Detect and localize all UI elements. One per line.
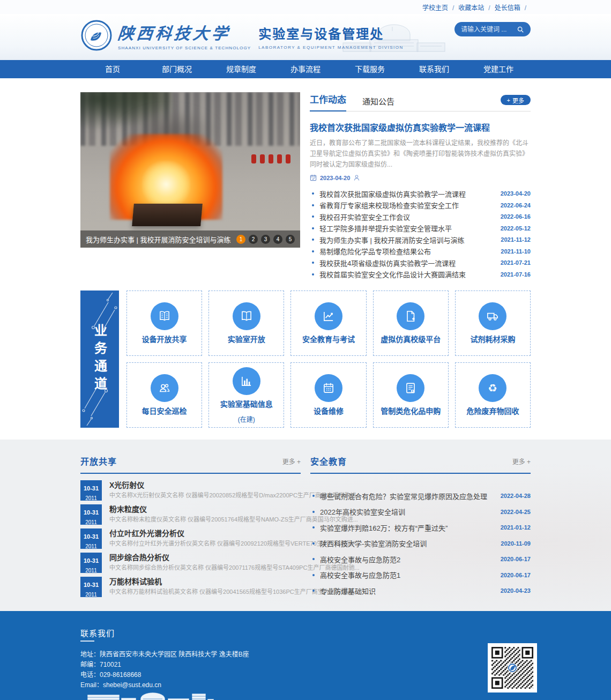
news-more-button[interactable]: +更多 <box>501 95 531 105</box>
equipment-list-item[interactable]: 10-31 2011 万能材料试验机 中文名称万能材料试验机英文名称 仪器编号2… <box>80 577 301 597</box>
news-list-item[interactable]: 省教育厅专家组来校现场检查实验室安全工作 2022-06-24 <box>310 199 531 211</box>
nav-item[interactable]: 党建工作 <box>466 60 531 78</box>
featured-article-title[interactable]: 我校首次获批国家级虚拟仿真实验教学一流课程 <box>310 121 531 133</box>
users-icon <box>151 374 178 402</box>
news-item-title: 轻工学院多措并举提升实验室安全管理水平 <box>319 223 494 233</box>
safety-item-title: 2022年高校实验室安全培训 <box>320 507 494 517</box>
equipment-list-item[interactable]: 10-31 2011 同步综合热分析仪 中文名称同步综合热分析仪英文名称 仪器编… <box>80 553 301 573</box>
date-badge: 10-31 2011 <box>80 577 102 597</box>
bullet-dot <box>312 511 315 513</box>
badge-year: 2011 <box>85 568 97 574</box>
carousel-caption[interactable]: 我为师生办实事 | 我校开展消防安全培训与演练 <box>86 234 232 244</box>
date-badge: 10-31 2011 <box>80 480 102 501</box>
carousel-page-dot[interactable]: 2 <box>249 235 258 244</box>
business-card[interactable]: 设备开放共享 <box>126 291 202 356</box>
form-icon <box>397 374 424 402</box>
badge-day: 10-31 <box>84 557 99 564</box>
safety-education-more-link[interactable]: 更多 + <box>512 457 531 466</box>
recycle-icon: ♻ <box>479 374 506 402</box>
carousel-page-dot[interactable]: 3 <box>261 235 270 244</box>
news-item-date: 2021-11-12 <box>501 236 531 243</box>
business-card[interactable]: 实验室基础信息 (在建) <box>208 362 284 428</box>
topbar-link[interactable]: 收藏本站 <box>458 4 484 12</box>
news-item-title: 我校首次获批国家级虚拟仿真实验教学一流课程 <box>319 189 494 199</box>
nav-item[interactable]: 办事流程 <box>273 60 338 78</box>
business-card[interactable]: 管制类危化品申购 <box>373 362 449 428</box>
business-card[interactable]: 试剂耗材采购 <box>455 291 531 356</box>
nav-item[interactable]: 规章制度 <box>209 60 273 78</box>
featured-article-meta: 2023-04-20 <box>310 174 531 181</box>
carousel-page-dot[interactable]: 5 <box>286 235 295 244</box>
safety-list-item[interactable]: 高校安全事故与应急防范1 2020-06-17 <box>310 567 531 583</box>
campus-buildings-silhouette <box>80 691 214 700</box>
lower-section: 开放共享 更多 + 10-31 2011 X光衍射仪 中文名称X光衍射仪英文名称… <box>0 440 611 611</box>
carousel-page-dot[interactable]: 1 <box>236 235 245 244</box>
search-button[interactable] <box>517 26 524 33</box>
open-share-header: 开放共享 更多 + <box>80 455 301 474</box>
news-item-date: 2021-11-10 <box>501 248 531 255</box>
author-icon <box>353 174 360 181</box>
business-card-label: 实验室开放 <box>228 335 265 345</box>
topbar-link[interactable]: 处长信箱 <box>495 4 520 12</box>
open-share-list: 10-31 2011 X光衍射仪 中文名称X光衍射仪英文名称 仪器编号20020… <box>80 480 301 597</box>
nav-item[interactable]: 联系我们 <box>402 60 466 78</box>
safety-item-title: 实验室爆炸判赔162万：校方有“严重过失” <box>320 523 494 533</box>
topbar-link-group: 学校主页/ <box>422 3 458 12</box>
equipment-list-item[interactable]: 10-31 2011 粉末粒度仪 中文名称粉末粒度仪英文名称 仪器编号20051… <box>80 504 301 525</box>
badge-year: 2011 <box>85 519 97 525</box>
news-carousel[interactable]: 我为师生办实事 | 我校开展消防安全培训与演练 12345 <box>80 92 300 248</box>
business-card[interactable]: 实验室开放 <box>208 291 284 356</box>
news-list-item[interactable]: 易制爆危险化学品专项检查结果公布 2021-11-10 <box>310 245 531 257</box>
safety-item-title: 哪些试剂混合有危险？实验室常见爆炸原因及应急处理 <box>320 491 494 501</box>
business-card[interactable]: 安全教育与考试 <box>290 291 366 356</box>
safety-list-item[interactable]: 陕西科技大学-实验室消防安全培训 2020-11-09 <box>310 535 531 552</box>
news-list-item[interactable]: 我校获批4项省级虚拟仿真实验教学一流课程 2021-07-21 <box>310 257 531 269</box>
news-item-title: 我校召开实验室安全工作会议 <box>319 212 494 222</box>
search-box[interactable] <box>454 22 531 36</box>
safety-education-list: 哪些试剂混合有危险？实验室常见爆炸原因及应急处理 2022-04-28 2022… <box>310 488 531 599</box>
news-tab[interactable]: 通知公告 <box>362 95 394 111</box>
safety-list-item[interactable]: 2022年高校实验室安全培训 2022-04-25 <box>310 504 531 520</box>
carousel-photo-extinguishers <box>251 154 290 163</box>
news-list-item[interactable]: 我校首届实验室安全文化作品设计大赛圆满结束 2021-07-16 <box>310 269 531 280</box>
news-list-item[interactable]: 轻工学院多措并举提升实验室安全管理水平 2022-05-12 <box>310 222 531 234</box>
safety-item-date: 2020-06-17 <box>501 572 531 578</box>
topbar-separator: / <box>525 4 526 12</box>
business-card-label: 管制类危化品申购 <box>381 407 441 416</box>
footer-contact-block: 地址：陕西省西安市未央大学园区 陕西科技大学 逸夫楼B座 邮编：710021 电… <box>80 650 249 690</box>
safety-education-header: 安全教育 更多 + <box>310 455 531 474</box>
search-input[interactable] <box>461 26 517 33</box>
news-list: 我校首次获批国家级虚拟仿真实验教学一流课程 2023-04-20 省教育厅专家组… <box>310 188 531 280</box>
nav-item[interactable]: 下载服务 <box>338 60 402 78</box>
equipment-list-item[interactable]: 10-31 2011 X光衍射仪 中文名称X光衍射仪英文名称 仪器编号20020… <box>80 480 301 501</box>
site-header: 陕西科技大学 SHAANXI UNIVERSITY OF SCIENCE & T… <box>0 14 611 60</box>
business-card[interactable]: 虚拟仿真校级平台 <box>373 291 449 356</box>
equipment-list-item[interactable]: 10-31 2011 付立叶红外光谱分析仪 中文名称付立叶红外光谱分析仪英文名称… <box>80 528 301 549</box>
business-card-label: 每日安全巡检 <box>142 407 187 416</box>
news-list-item[interactable]: 我校召开实验室安全工作会议 2022-06-16 <box>310 211 531 222</box>
equipment-item-title: 同步综合热分析仪 <box>109 553 169 562</box>
topbar-link[interactable]: 学校主页 <box>422 4 448 12</box>
equipment-item-body: 粉末粒度仪 中文名称粉末粒度仪英文名称 仪器编号20051764规格型号NAMO… <box>109 504 301 524</box>
safety-list-item[interactable]: 哪些试剂混合有危险？实验室常见爆炸原因及应急处理 2022-04-28 <box>310 488 531 504</box>
carousel-photo-flame-core <box>142 161 190 204</box>
carousel-page-dot[interactable]: 4 <box>273 235 282 244</box>
business-card[interactable]: 设备维修 <box>290 362 366 428</box>
news-list-item[interactable]: 我为师生办实事 | 我校开展消防安全培训与演练 2021-11-12 <box>310 234 531 245</box>
bullet-dot <box>312 542 315 545</box>
safety-list-item[interactable]: 高校安全事故与应急防范2 2020-06-17 <box>310 551 531 567</box>
safety-list-item[interactable]: 实验室爆炸判赔162万：校方有“严重过失” 2021-01-12 <box>310 519 531 535</box>
business-card[interactable]: 每日安全巡检 <box>126 362 202 428</box>
news-tab[interactable]: 工作动态 <box>310 92 346 111</box>
nav-item[interactable]: 首页 <box>80 60 145 78</box>
business-cards-grid: 设备开放共享 实验室开放 安全教育与考试 虚拟仿真校级平台 <box>126 291 531 428</box>
bar-chart-icon <box>233 367 260 395</box>
nav-item[interactable]: 部门概况 <box>145 60 209 78</box>
date-badge: 10-31 2011 <box>80 553 102 573</box>
business-card[interactable]: ♻ 危险废弃物回收 <box>455 362 531 428</box>
business-card-sublabel: (在建) <box>238 414 255 423</box>
safety-list-item[interactable]: 专业防爆基础知识 2020-04-23 <box>310 583 531 599</box>
open-share-more-link[interactable]: 更多 + <box>282 457 301 466</box>
carousel-photo-crates <box>132 204 203 226</box>
news-list-item[interactable]: 我校首次获批国家级虚拟仿真实验教学一流课程 2023-04-20 <box>310 188 531 199</box>
